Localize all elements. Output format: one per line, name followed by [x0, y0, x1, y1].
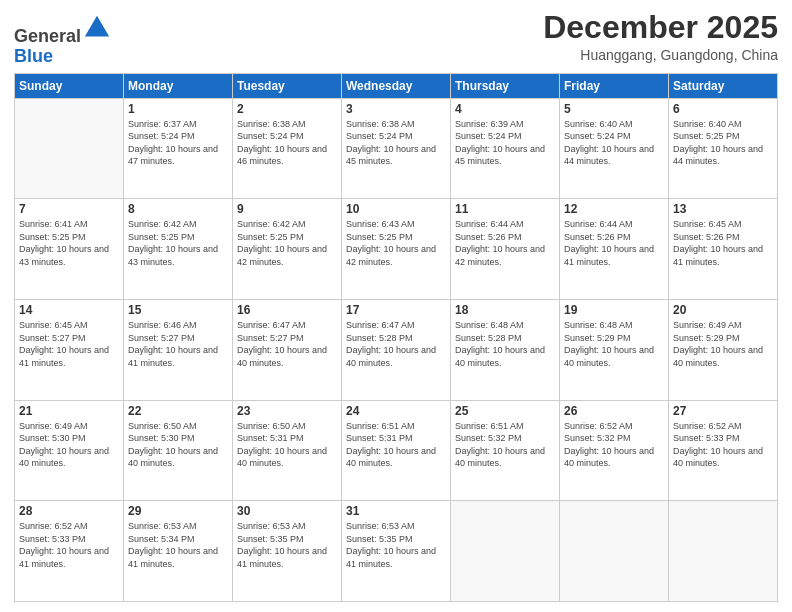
day-number: 10	[346, 202, 446, 216]
day-number: 26	[564, 404, 664, 418]
header-wednesday: Wednesday	[342, 73, 451, 98]
day-info: Sunrise: 6:52 AM Sunset: 5:33 PM Dayligh…	[673, 420, 773, 470]
calendar-cell-w4-d5: 25Sunrise: 6:51 AM Sunset: 5:32 PM Dayli…	[451, 400, 560, 501]
day-info: Sunrise: 6:40 AM Sunset: 5:25 PM Dayligh…	[673, 118, 773, 168]
day-info: Sunrise: 6:41 AM Sunset: 5:25 PM Dayligh…	[19, 218, 119, 268]
day-info: Sunrise: 6:51 AM Sunset: 5:31 PM Dayligh…	[346, 420, 446, 470]
logo-icon	[83, 14, 111, 42]
day-number: 4	[455, 102, 555, 116]
calendar-cell-w5-d7	[669, 501, 778, 602]
day-number: 17	[346, 303, 446, 317]
day-number: 22	[128, 404, 228, 418]
calendar-table: Sunday Monday Tuesday Wednesday Thursday…	[14, 73, 778, 602]
day-info: Sunrise: 6:53 AM Sunset: 5:35 PM Dayligh…	[237, 520, 337, 570]
day-info: Sunrise: 6:53 AM Sunset: 5:35 PM Dayligh…	[346, 520, 446, 570]
logo-general-text: General	[14, 26, 81, 46]
calendar-cell-w4-d4: 24Sunrise: 6:51 AM Sunset: 5:31 PM Dayli…	[342, 400, 451, 501]
day-number: 15	[128, 303, 228, 317]
calendar-cell-w4-d1: 21Sunrise: 6:49 AM Sunset: 5:30 PM Dayli…	[15, 400, 124, 501]
svg-marker-0	[85, 16, 109, 37]
day-info: Sunrise: 6:51 AM Sunset: 5:32 PM Dayligh…	[455, 420, 555, 470]
day-info: Sunrise: 6:47 AM Sunset: 5:28 PM Dayligh…	[346, 319, 446, 369]
header: General Blue December 2025 Huanggang, Gu…	[14, 10, 778, 67]
calendar-cell-w1-d7: 6Sunrise: 6:40 AM Sunset: 5:25 PM Daylig…	[669, 98, 778, 199]
logo: General Blue	[14, 14, 111, 67]
day-number: 5	[564, 102, 664, 116]
calendar-cell-w1-d2: 1Sunrise: 6:37 AM Sunset: 5:24 PM Daylig…	[124, 98, 233, 199]
day-number: 1	[128, 102, 228, 116]
calendar-cell-w2-d4: 10Sunrise: 6:43 AM Sunset: 5:25 PM Dayli…	[342, 199, 451, 300]
header-sunday: Sunday	[15, 73, 124, 98]
day-info: Sunrise: 6:39 AM Sunset: 5:24 PM Dayligh…	[455, 118, 555, 168]
day-number: 12	[564, 202, 664, 216]
header-tuesday: Tuesday	[233, 73, 342, 98]
day-info: Sunrise: 6:45 AM Sunset: 5:26 PM Dayligh…	[673, 218, 773, 268]
day-number: 7	[19, 202, 119, 216]
day-number: 6	[673, 102, 773, 116]
header-thursday: Thursday	[451, 73, 560, 98]
calendar-cell-w5-d6	[560, 501, 669, 602]
day-info: Sunrise: 6:46 AM Sunset: 5:27 PM Dayligh…	[128, 319, 228, 369]
day-number: 19	[564, 303, 664, 317]
day-info: Sunrise: 6:43 AM Sunset: 5:25 PM Dayligh…	[346, 218, 446, 268]
day-info: Sunrise: 6:37 AM Sunset: 5:24 PM Dayligh…	[128, 118, 228, 168]
calendar-cell-w1-d1	[15, 98, 124, 199]
calendar-cell-w3-d5: 18Sunrise: 6:48 AM Sunset: 5:28 PM Dayli…	[451, 299, 560, 400]
calendar-cell-w5-d1: 28Sunrise: 6:52 AM Sunset: 5:33 PM Dayli…	[15, 501, 124, 602]
day-info: Sunrise: 6:44 AM Sunset: 5:26 PM Dayligh…	[564, 218, 664, 268]
calendar-cell-w1-d4: 3Sunrise: 6:38 AM Sunset: 5:24 PM Daylig…	[342, 98, 451, 199]
weekday-header-row: Sunday Monday Tuesday Wednesday Thursday…	[15, 73, 778, 98]
day-info: Sunrise: 6:48 AM Sunset: 5:28 PM Dayligh…	[455, 319, 555, 369]
day-number: 18	[455, 303, 555, 317]
day-info: Sunrise: 6:50 AM Sunset: 5:30 PM Dayligh…	[128, 420, 228, 470]
day-info: Sunrise: 6:40 AM Sunset: 5:24 PM Dayligh…	[564, 118, 664, 168]
calendar-cell-w2-d5: 11Sunrise: 6:44 AM Sunset: 5:26 PM Dayli…	[451, 199, 560, 300]
day-number: 3	[346, 102, 446, 116]
header-monday: Monday	[124, 73, 233, 98]
day-info: Sunrise: 6:44 AM Sunset: 5:26 PM Dayligh…	[455, 218, 555, 268]
calendar-cell-w5-d3: 30Sunrise: 6:53 AM Sunset: 5:35 PM Dayli…	[233, 501, 342, 602]
day-info: Sunrise: 6:38 AM Sunset: 5:24 PM Dayligh…	[237, 118, 337, 168]
month-year: December 2025	[543, 10, 778, 45]
day-number: 16	[237, 303, 337, 317]
page: General Blue December 2025 Huanggang, Gu…	[0, 0, 792, 612]
calendar-cell-w3-d1: 14Sunrise: 6:45 AM Sunset: 5:27 PM Dayli…	[15, 299, 124, 400]
day-number: 21	[19, 404, 119, 418]
day-number: 31	[346, 504, 446, 518]
week-row-2: 7Sunrise: 6:41 AM Sunset: 5:25 PM Daylig…	[15, 199, 778, 300]
calendar-cell-w3-d7: 20Sunrise: 6:49 AM Sunset: 5:29 PM Dayli…	[669, 299, 778, 400]
day-info: Sunrise: 6:49 AM Sunset: 5:30 PM Dayligh…	[19, 420, 119, 470]
day-info: Sunrise: 6:53 AM Sunset: 5:34 PM Dayligh…	[128, 520, 228, 570]
day-number: 20	[673, 303, 773, 317]
day-number: 25	[455, 404, 555, 418]
day-number: 29	[128, 504, 228, 518]
calendar-cell-w3-d6: 19Sunrise: 6:48 AM Sunset: 5:29 PM Dayli…	[560, 299, 669, 400]
calendar-cell-w4-d3: 23Sunrise: 6:50 AM Sunset: 5:31 PM Dayli…	[233, 400, 342, 501]
location: Huanggang, Guangdong, China	[543, 47, 778, 63]
calendar-cell-w2-d2: 8Sunrise: 6:42 AM Sunset: 5:25 PM Daylig…	[124, 199, 233, 300]
day-info: Sunrise: 6:42 AM Sunset: 5:25 PM Dayligh…	[128, 218, 228, 268]
day-info: Sunrise: 6:47 AM Sunset: 5:27 PM Dayligh…	[237, 319, 337, 369]
day-number: 30	[237, 504, 337, 518]
week-row-3: 14Sunrise: 6:45 AM Sunset: 5:27 PM Dayli…	[15, 299, 778, 400]
day-info: Sunrise: 6:50 AM Sunset: 5:31 PM Dayligh…	[237, 420, 337, 470]
calendar-cell-w3-d4: 17Sunrise: 6:47 AM Sunset: 5:28 PM Dayli…	[342, 299, 451, 400]
calendar-cell-w4-d2: 22Sunrise: 6:50 AM Sunset: 5:30 PM Dayli…	[124, 400, 233, 501]
calendar-cell-w1-d3: 2Sunrise: 6:38 AM Sunset: 5:24 PM Daylig…	[233, 98, 342, 199]
day-number: 27	[673, 404, 773, 418]
calendar-cell-w5-d5	[451, 501, 560, 602]
week-row-5: 28Sunrise: 6:52 AM Sunset: 5:33 PM Dayli…	[15, 501, 778, 602]
calendar-cell-w2-d7: 13Sunrise: 6:45 AM Sunset: 5:26 PM Dayli…	[669, 199, 778, 300]
day-number: 2	[237, 102, 337, 116]
header-saturday: Saturday	[669, 73, 778, 98]
calendar-cell-w1-d6: 5Sunrise: 6:40 AM Sunset: 5:24 PM Daylig…	[560, 98, 669, 199]
day-info: Sunrise: 6:49 AM Sunset: 5:29 PM Dayligh…	[673, 319, 773, 369]
day-number: 11	[455, 202, 555, 216]
calendar-cell-w2-d3: 9Sunrise: 6:42 AM Sunset: 5:25 PM Daylig…	[233, 199, 342, 300]
calendar-cell-w4-d6: 26Sunrise: 6:52 AM Sunset: 5:32 PM Dayli…	[560, 400, 669, 501]
day-number: 14	[19, 303, 119, 317]
day-number: 28	[19, 504, 119, 518]
calendar-cell-w2-d1: 7Sunrise: 6:41 AM Sunset: 5:25 PM Daylig…	[15, 199, 124, 300]
calendar-cell-w3-d2: 15Sunrise: 6:46 AM Sunset: 5:27 PM Dayli…	[124, 299, 233, 400]
calendar-cell-w2-d6: 12Sunrise: 6:44 AM Sunset: 5:26 PM Dayli…	[560, 199, 669, 300]
